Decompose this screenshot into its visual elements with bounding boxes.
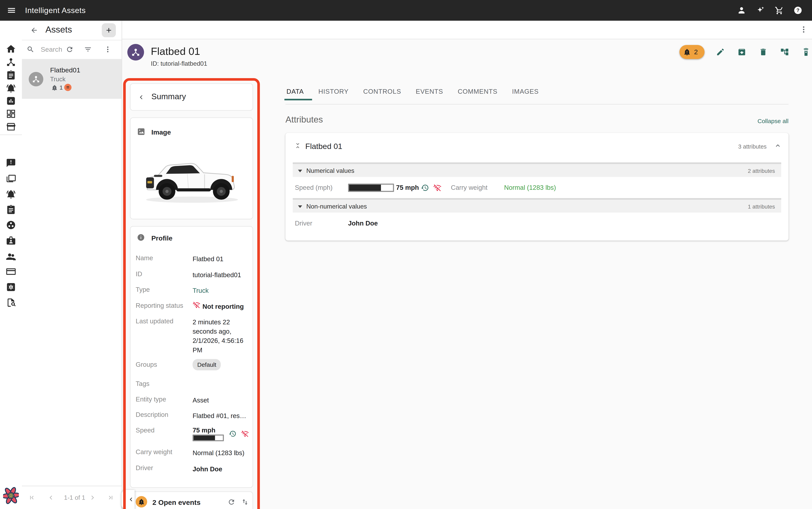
hierarchy-tree-icon[interactable] [780, 47, 789, 57]
search-icon[interactable] [27, 45, 35, 53]
entity-type-value: Asset [192, 396, 248, 405]
billing-icon[interactable] [6, 266, 16, 277]
summary-collapse-handle[interactable] [122, 490, 135, 509]
last-page-icon[interactable] [107, 494, 114, 501]
dashboards-icon[interactable] [6, 109, 16, 119]
app-bar: Intelligent Assets ? [0, 0, 812, 21]
alarm-count: 2 [694, 48, 698, 56]
chevron-left-icon [128, 496, 134, 503]
sort-icon[interactable] [241, 498, 249, 506]
operator-badge-icon[interactable] [6, 235, 16, 246]
delete-icon[interactable] [759, 47, 768, 57]
open-events-card[interactable]: 2 Open events [130, 491, 253, 509]
app: Intelligent Assets ? Assets [0, 0, 812, 509]
section-numerical[interactable]: Numerical values 2 attributes [293, 162, 781, 177]
speed-bar [192, 434, 224, 441]
name-label: Name [136, 254, 191, 262]
audit-search-icon[interactable] [6, 298, 16, 308]
carry-weight-value: Normal (1283 lbs) [192, 448, 248, 458]
tab-history[interactable]: HISTORY [317, 84, 350, 100]
reporting-status-label: Reporting status [136, 302, 191, 309]
analytics-icon[interactable] [6, 96, 16, 106]
image-icon [137, 127, 146, 136]
type-value[interactable]: Truck [192, 286, 248, 295]
task-board-icon[interactable] [6, 204, 16, 215]
pagination-range: 1-1 of 1 [62, 494, 88, 501]
feedback-alert-icon[interactable] [6, 158, 16, 168]
ai-sparkle-icon[interactable] [756, 6, 765, 15]
reporting-status-value: Not reporting [202, 302, 248, 311]
add-asset-button[interactable] [102, 23, 116, 37]
refresh-icon[interactable] [227, 498, 236, 506]
severity-badge: = [64, 84, 71, 91]
history-icon[interactable] [420, 184, 429, 192]
more-vert-icon[interactable] [800, 25, 808, 34]
plus-icon [105, 27, 113, 34]
tab-controls[interactable]: CONTROLS [362, 84, 402, 100]
menu-icon[interactable] [7, 6, 16, 15]
unfold-less-icon[interactable] [294, 142, 302, 149]
type-label: Type [136, 286, 191, 293]
history-icon[interactable] [229, 430, 237, 438]
svg-text:?: ? [797, 8, 800, 13]
marketplace-icon[interactable] [6, 122, 16, 132]
search-input[interactable]: Search [41, 45, 62, 53]
archive-icon[interactable] [737, 47, 746, 57]
attribute-group-name: Flatbed 01 [305, 142, 342, 150]
filter-icon[interactable] [84, 45, 92, 53]
collapse-all-link[interactable]: Collapse all [285, 118, 789, 124]
group-chip[interactable]: Default [192, 359, 221, 371]
back-icon[interactable] [30, 27, 38, 34]
settings-icon[interactable] [6, 282, 16, 292]
app-title: Intelligent Assets [25, 0, 86, 21]
refresh-icon[interactable] [66, 45, 74, 53]
not-reporting-icon [192, 301, 200, 309]
tab-images[interactable]: IMAGES [511, 84, 540, 100]
work-orders-icon[interactable] [6, 70, 16, 80]
next-page-icon[interactable] [89, 494, 96, 501]
groups-value: Default [192, 359, 248, 371]
remote-control-icon[interactable] [802, 47, 810, 57]
name-value: Flatbed 01 [192, 254, 248, 264]
alarm-rules-icon[interactable] [6, 189, 16, 199]
tab-bar: DATA HISTORY CONTROLS EVENTS COMMENTS IM… [285, 84, 540, 105]
users-icon[interactable] [6, 251, 16, 261]
speed-bar-fill [193, 436, 215, 440]
description-value: Flatbed #01, resp… [192, 411, 248, 420]
open-events-title: 2 Open events [152, 499, 200, 506]
account-icon[interactable] [737, 6, 746, 15]
asset-avatar [127, 44, 144, 61]
section-non-numerical[interactable]: Non-numerical values 1 attributes [293, 198, 781, 212]
prev-page-icon[interactable] [48, 494, 55, 501]
help-icon[interactable]: ? [793, 6, 803, 15]
alarm-bell-icon [683, 48, 691, 56]
asset-hierarchy-icon[interactable] [6, 57, 16, 67]
tab-events[interactable]: EVENTS [415, 84, 444, 100]
clusters-icon[interactable] [6, 220, 16, 230]
caret-down-icon [298, 170, 302, 172]
rail-divider [0, 135, 22, 135]
summary-panel: Summary Image [126, 81, 257, 509]
home-icon[interactable] [6, 44, 16, 54]
alarm-badge-button[interactable]: 2 [680, 45, 705, 59]
edit-icon[interactable] [716, 47, 725, 57]
asset-list-item[interactable]: Flatbed01 Truck 1 = [22, 60, 122, 99]
speed-value: 75 mph [192, 426, 248, 435]
more-vert-icon[interactable] [104, 45, 112, 53]
chevron-up-icon[interactable] [774, 142, 782, 149]
cart-icon[interactable] [775, 6, 784, 15]
flower-logo[interactable] [3, 486, 19, 505]
driver-value: John Doe [192, 465, 248, 474]
tab-data[interactable]: DATA [285, 84, 305, 100]
section-label: Non-numerical values [306, 203, 367, 210]
last-updated-value: 2 minutes 22 seconds ago, 2/1/2026, 4:56… [192, 318, 248, 355]
tab-comments[interactable]: COMMENTS [457, 84, 499, 100]
summary-header-card: Summary [130, 83, 253, 111]
driver-value: John Doe [348, 220, 378, 227]
speed-label: Speed [136, 427, 191, 434]
first-page-icon[interactable] [28, 494, 35, 501]
alarms-icon[interactable] [6, 83, 16, 93]
asset-gallery-icon[interactable] [6, 173, 16, 183]
chevron-left-icon[interactable] [138, 94, 145, 101]
asset-hierarchy-icon [131, 47, 140, 57]
